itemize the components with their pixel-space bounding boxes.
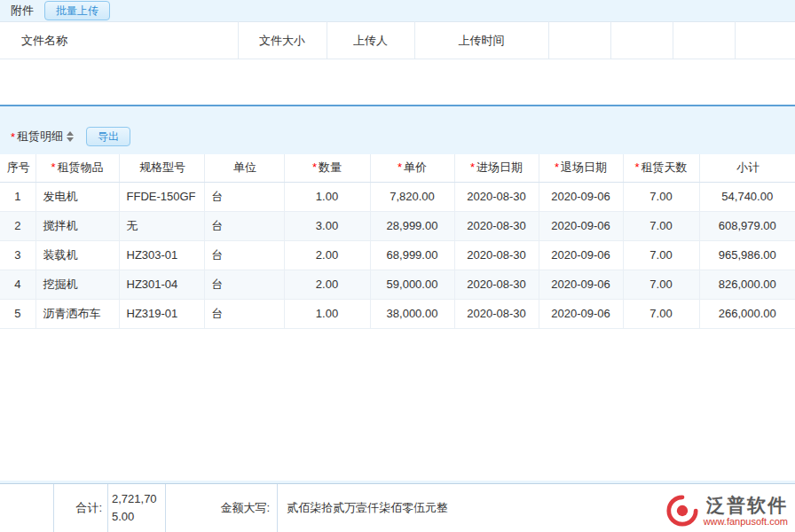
cell-price: 28,999.00 [370,211,454,240]
cell-spec: 无 [119,211,204,240]
cell-unit: 台 [204,299,284,328]
attachment-col-uploadtime: 上传时间 [414,22,548,59]
cell-unit: 台 [204,182,284,211]
cell-exit-date: 2020-09-06 [539,211,623,240]
table-row: 1 发电机 FFDE-150GF 台 1.00 7,820.00 2020-08… [0,182,795,211]
required-mark: * [398,160,402,174]
cell-unit: 台 [204,211,284,240]
col-unit: 单位 [204,154,284,182]
cell-entry-date: 2020-08-30 [454,240,539,270]
cell-entry-date: 2020-08-30 [454,270,539,299]
attachments-tab[interactable]: 附件 [11,3,34,19]
required-mark: * [470,160,475,174]
col-qty: *数量 [284,154,370,182]
cell-days: 7.00 [623,270,699,299]
cell-qty: 2.00 [284,270,370,299]
col-item: *租赁物品 [35,154,119,182]
rental-table-empty-area [0,329,795,481]
attachment-table: 文件名称 文件大小 上传人 上传时间 [0,21,795,59]
cell-subtotal: 54,740.00 [699,182,795,211]
sort-spinner-icon[interactable] [67,131,74,142]
total-label: 合计: [54,484,108,532]
cell-seq: 5 [0,299,35,328]
table-row: 3 装载机 HZ303-01 台 2.00 68,999.00 2020-08-… [0,240,795,270]
cell-price: 38,000.00 [370,299,454,328]
fanpu-logo-icon [665,494,699,528]
cell-days: 7.00 [623,240,699,270]
attachment-col-empty-4 [735,22,795,59]
cell-days: 7.00 [623,182,699,211]
cell-seq: 3 [0,240,35,270]
cell-subtotal: 266,000.00 [699,299,795,328]
col-spec: 规格型号 [119,154,204,182]
cell-seq: 2 [0,211,35,240]
required-mark: * [51,160,55,174]
cell-item: 搅拌机 [35,211,119,240]
cell-subtotal: 965,986.00 [699,240,795,270]
attachment-empty-body [0,59,795,105]
cell-item: 装载机 [35,240,119,270]
table-row: 5 沥青洒布车 HZ319-01 台 1.00 38,000.00 2020-0… [0,299,795,328]
export-button[interactable]: 导出 [86,127,130,146]
cell-spec: HZ319-01 [119,299,204,328]
cell-entry-date: 2020-08-30 [454,211,539,240]
col-exit-date: *退场日期 [539,154,623,182]
cell-qty: 3.00 [284,211,370,240]
cell-subtotal: 608,979.00 [699,211,795,240]
cell-entry-date: 2020-08-30 [454,182,539,211]
cell-qty: 2.00 [284,240,370,270]
attachment-col-uploader: 上传人 [327,22,414,59]
cell-exit-date: 2020-09-06 [539,299,623,328]
attachment-header-row: 文件名称 文件大小 上传人 上传时间 [0,22,795,59]
cell-qty: 1.00 [284,182,370,211]
attachment-col-empty-1 [548,22,610,59]
cell-seq: 1 [0,182,35,211]
col-subtotal: 小计 [699,154,795,182]
cell-spec: HZ301-04 [119,270,204,299]
cell-item: 挖掘机 [35,270,119,299]
cell-spec: HZ303-01 [119,240,204,270]
required-mark: * [555,160,559,174]
required-mark: * [634,160,639,174]
required-mark: * [312,160,317,174]
col-price: *单价 [370,154,454,182]
col-days: *租赁天数 [623,154,699,182]
cell-unit: 台 [204,270,284,299]
brand-url: www.fanpusoft.com [704,516,788,527]
section-divider [0,105,795,106]
cell-seq: 4 [0,270,35,299]
cell-entry-date: 2020-08-30 [454,299,539,328]
attachment-col-filename: 文件名称 [0,22,238,59]
rental-section-header: * 租赁明细 导出 [0,124,795,149]
cell-exit-date: 2020-09-06 [539,270,623,299]
col-entry-date: *进场日期 [454,154,539,182]
cell-price: 59,000.00 [370,270,454,299]
cell-item: 沥青洒布车 [35,299,119,328]
attachment-col-filesize: 文件大小 [238,22,327,59]
rental-section-title: 租赁明细 [17,129,63,145]
total-value: 2,721,705.00 [108,484,166,532]
cell-price: 7,820.00 [370,182,454,211]
col-seq: 序号 [0,154,35,182]
cell-unit: 台 [204,240,284,270]
cell-exit-date: 2020-09-06 [539,240,623,270]
cell-days: 7.00 [623,299,699,328]
brand-name: 泛普软件 [706,495,788,515]
table-row: 2 搅拌机 无 台 3.00 28,999.00 2020-08-30 2020… [0,211,795,240]
cell-subtotal: 826,000.00 [699,270,795,299]
cell-days: 7.00 [623,211,699,240]
brand-text: 泛普软件 www.fanpusoft.com [704,495,788,527]
batch-upload-button[interactable]: 批量上传 [44,1,110,20]
cell-spec: FFDE-150GF [119,182,204,211]
attachment-col-empty-3 [673,22,735,59]
rental-header-row: 序号 *租赁物品 规格型号 单位 *数量 *单价 *进场日期 *退场日期 *租赁… [0,154,795,182]
cell-price: 68,999.00 [370,240,454,270]
cell-exit-date: 2020-09-06 [539,182,623,211]
attachment-col-empty-2 [610,22,673,59]
amount-words-label: 金额大写: [166,484,278,532]
table-row: 4 挖掘机 HZ301-04 台 2.00 59,000.00 2020-08-… [0,270,795,299]
cell-qty: 1.00 [284,299,370,328]
cell-item: 发电机 [35,182,119,211]
attachment-toolbar: 附件 批量上传 [0,0,795,21]
rental-table: 序号 *租赁物品 规格型号 单位 *数量 *单价 *进场日期 *退场日期 *租赁… [0,154,795,329]
